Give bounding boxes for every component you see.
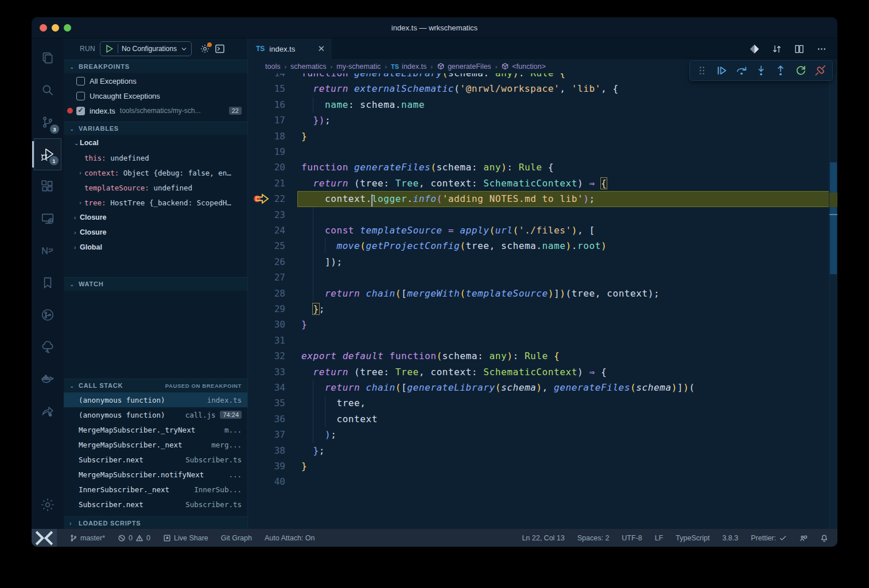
breakpoints-header[interactable]: ⌄ BREAKPOINTS bbox=[64, 60, 247, 73]
code-line[interactable]: 33 return (tree: Tree, context: Schemati… bbox=[248, 364, 829, 380]
status-indentation[interactable]: Spaces: 2 bbox=[577, 534, 610, 542]
status-feedback[interactable] bbox=[800, 534, 808, 542]
call-stack-frame[interactable]: MergeMapSubscriber._tryNextm... bbox=[64, 422, 247, 437]
activity-item-explorer[interactable] bbox=[34, 42, 61, 74]
code-line[interactable]: 23 bbox=[248, 207, 829, 223]
debug-settings-gear-icon[interactable] bbox=[200, 44, 210, 54]
breakpoint-row[interactable]: All Exceptions bbox=[64, 73, 247, 88]
breakpoint-row[interactable]: index.tstools/schematics/my-sch...22 bbox=[64, 103, 247, 118]
status-ts-version[interactable]: 3.8.3 bbox=[722, 534, 738, 542]
variable-scope-row[interactable]: ›Closure bbox=[64, 210, 247, 225]
split-editor-icon[interactable] bbox=[794, 44, 805, 54]
variable-scope-row[interactable]: ›Global bbox=[64, 240, 247, 255]
activity-item-git-graph[interactable] bbox=[34, 299, 61, 331]
status-live-share[interactable]: Live Share bbox=[163, 534, 208, 542]
step-out-icon[interactable] bbox=[774, 64, 787, 77]
code-line[interactable]: 17 }); bbox=[248, 112, 829, 128]
variable-scope-row[interactable]: ⌄Local bbox=[64, 135, 247, 150]
status-cursor-position[interactable]: Ln 22, Col 13 bbox=[522, 534, 564, 542]
disconnect-icon[interactable] bbox=[814, 64, 827, 77]
debug-console-icon[interactable] bbox=[215, 44, 225, 54]
breadcrumb-item-generatefiles[interactable]: generateFiles bbox=[437, 63, 491, 71]
status-prettier[interactable]: Prettier: bbox=[751, 534, 787, 542]
close-tab-icon[interactable]: ✕ bbox=[317, 44, 325, 54]
activity-item-run-and-debug[interactable]: 1 bbox=[34, 138, 61, 170]
call-stack-frame[interactable]: MergeMapSubscriber.notifyNext... bbox=[64, 467, 247, 482]
activity-item-remote-explorer[interactable] bbox=[34, 203, 61, 235]
activity-item-test-explorer[interactable] bbox=[34, 331, 61, 363]
restart-icon[interactable] bbox=[794, 64, 807, 77]
code-line[interactable]: 19 bbox=[248, 144, 829, 159]
breadcrumb-item-tools[interactable]: tools bbox=[265, 63, 280, 71]
code-line[interactable]: 24 const templateSource = apply(url('./f… bbox=[248, 223, 829, 238]
activity-item-source-control[interactable]: 3 bbox=[34, 106, 61, 138]
activity-item-deploy[interactable] bbox=[34, 395, 61, 427]
activity-item-nx-console[interactable] bbox=[34, 235, 61, 267]
code-line[interactable]: 26 ]); bbox=[248, 254, 829, 270]
status-auto-attach[interactable]: Auto Attach: On bbox=[265, 534, 315, 542]
breadcrumb-item-schematics[interactable]: schematics bbox=[290, 63, 327, 71]
code-line[interactable]: 18} bbox=[248, 128, 829, 144]
variable-row[interactable]: templateSource: undefined bbox=[64, 180, 247, 195]
activity-item-docker[interactable] bbox=[34, 363, 61, 395]
loaded-scripts-header[interactable]: › LOADED SCRIPTS bbox=[64, 516, 247, 530]
code-line[interactable]: 37 ); bbox=[248, 427, 829, 442]
watch-header[interactable]: ⌄ WATCH bbox=[64, 277, 247, 291]
breakpoint-checkbox[interactable] bbox=[76, 107, 85, 115]
code-line[interactable]: 31 bbox=[248, 333, 829, 348]
call-stack-frame[interactable]: Subscriber.nextSubscriber.ts bbox=[64, 497, 247, 512]
code-line[interactable]: 36 context bbox=[248, 411, 829, 427]
status-encoding[interactable]: UTF-8 bbox=[622, 534, 642, 542]
step-into-icon[interactable] bbox=[755, 64, 767, 77]
tab-index-ts[interactable]: TS index.ts ✕ bbox=[248, 38, 331, 59]
code-line[interactable]: 34 return chain([generateLibrary(schema)… bbox=[248, 380, 829, 395]
breakpoint-row[interactable]: Uncaught Exceptions bbox=[64, 88, 247, 103]
code-line[interactable]: 25 move(getProjectConfig(tree, schema.na… bbox=[248, 238, 829, 254]
code-line[interactable]: 27 bbox=[248, 270, 829, 285]
breadcrumb-item-my-schematic[interactable]: my-schematic bbox=[336, 63, 381, 71]
variable-row[interactable]: this: undefined bbox=[64, 150, 247, 165]
code-line[interactable]: 39} bbox=[248, 458, 829, 474]
breadcrumb-item--function-[interactable]: <function> bbox=[501, 63, 545, 71]
activity-item-search[interactable] bbox=[34, 74, 61, 106]
variable-row[interactable]: ›context: Object {debug: false, en… bbox=[64, 165, 247, 180]
call-stack-frame[interactable]: (anonymous function)call.js74:24 bbox=[64, 407, 247, 422]
more-actions-icon[interactable] bbox=[816, 44, 827, 54]
code-editor[interactable]: 14function generateLibrary(schema: any):… bbox=[248, 73, 829, 529]
vertical-scrollbar[interactable] bbox=[829, 73, 837, 529]
call-stack-frame[interactable]: InnerSubscriber._nextInnerSub... bbox=[64, 482, 247, 497]
open-changes-icon[interactable] bbox=[749, 44, 760, 54]
code-line[interactable]: 40 bbox=[248, 474, 829, 489]
status-git-branch[interactable]: master* bbox=[69, 534, 105, 542]
status-problems[interactable]: 00 bbox=[118, 534, 150, 542]
variables-header[interactable]: ⌄ VARIABLES bbox=[64, 122, 247, 135]
start-debug-icon[interactable] bbox=[104, 44, 114, 54]
code-line[interactable]: 16 name: schema.name bbox=[248, 97, 829, 112]
breakpoint-checkbox[interactable] bbox=[76, 92, 85, 100]
variable-row[interactable]: ›tree: HostTree {_backend: ScopedH… bbox=[64, 195, 247, 210]
debug-config-picker[interactable]: No Configurations bbox=[100, 41, 192, 56]
status-notifications[interactable] bbox=[820, 534, 828, 542]
status-eol[interactable]: LF bbox=[655, 534, 664, 542]
code-line[interactable]: 38 }; bbox=[248, 443, 829, 458]
breakpoint-checkbox[interactable] bbox=[76, 77, 85, 85]
activity-item-manage[interactable] bbox=[34, 489, 61, 521]
code-line[interactable]: 35 tree, bbox=[248, 395, 829, 411]
call-stack-header[interactable]: ⌄ CALL STACK PAUSED ON BREAKPOINT bbox=[64, 379, 247, 392]
variable-scope-row[interactable]: ›Closure bbox=[64, 225, 247, 240]
code-line[interactable]: 20function generateFiles(schema: any): R… bbox=[248, 159, 829, 175]
code-line[interactable]: 29 }; bbox=[248, 301, 829, 317]
status-git-graph[interactable]: Git Graph bbox=[221, 534, 252, 542]
activity-item-bookmarks[interactable] bbox=[34, 267, 61, 299]
code-line[interactable]: 22 context.logger.info('adding NOTES.md … bbox=[248, 191, 829, 207]
code-line[interactable]: 21 return (tree: Tree, context: Schemati… bbox=[248, 176, 829, 191]
activity-item-extensions[interactable] bbox=[34, 170, 61, 203]
code-line[interactable]: 28 return chain([mergeWith(templateSourc… bbox=[248, 286, 829, 301]
call-stack-frame[interactable]: (anonymous function)index.ts bbox=[64, 392, 247, 407]
code-line[interactable]: 15 return externalSchematic('@nrwl/works… bbox=[248, 81, 829, 96]
code-line[interactable]: 32export default function(schema: any): … bbox=[248, 348, 829, 364]
call-stack-frame[interactable]: Subscriber.nextSubscriber.ts bbox=[64, 452, 247, 467]
status-remote-indicator[interactable] bbox=[32, 529, 57, 547]
breadcrumb-item-index-ts[interactable]: TSindex.ts bbox=[391, 63, 426, 71]
code-line[interactable]: 30} bbox=[248, 317, 829, 332]
